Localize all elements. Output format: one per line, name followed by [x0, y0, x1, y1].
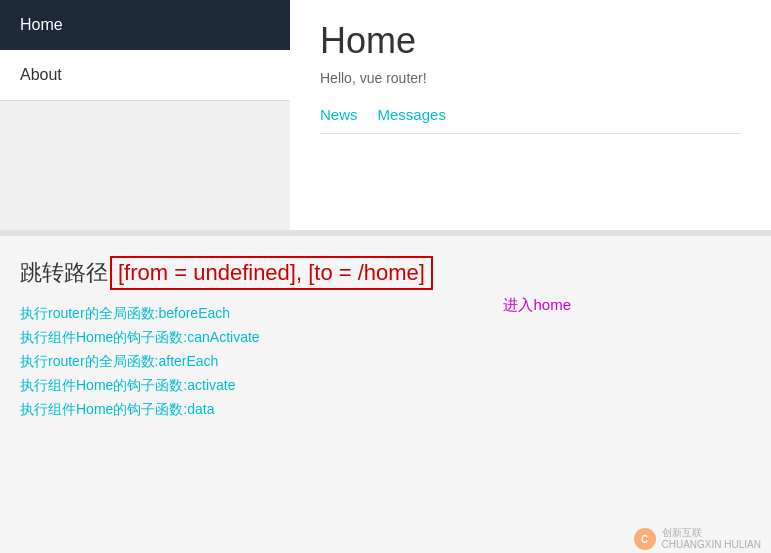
- log-item-2: 执行router的全局函数:afterEach: [20, 353, 751, 371]
- log-item-0: 执行router的全局函数:beforeEach: [20, 305, 751, 323]
- nav-item-about[interactable]: About: [0, 50, 290, 101]
- page-title: Home: [320, 20, 741, 62]
- watermark-icon: C: [634, 528, 656, 550]
- nav-about-label: About: [20, 66, 62, 83]
- subnav-news[interactable]: News: [320, 106, 358, 123]
- route-title: 跳转路径 [from = undefined], [to = /home]: [20, 256, 751, 290]
- page-subtitle: Hello, vue router!: [320, 70, 741, 86]
- log-item-4: 执行组件Home的钩子函数:data: [20, 401, 751, 419]
- watermark-text: 创新互联 CHUANGXIN HULIAN: [662, 527, 761, 551]
- watermark: C 创新互联 CHUANGXIN HULIAN: [634, 527, 761, 551]
- bottom-section: 跳转路径 [from = undefined], [to = /home] 执行…: [0, 236, 771, 553]
- left-nav: Home About: [0, 0, 290, 230]
- nav-item-home[interactable]: Home: [0, 0, 290, 50]
- log-item-3: 执行组件Home的钩子函数:activate: [20, 377, 751, 395]
- enter-home: 进入home: [503, 296, 571, 315]
- route-highlight: [from = undefined], [to = /home]: [110, 256, 433, 290]
- nav-home-label: Home: [20, 16, 63, 33]
- subnav-messages[interactable]: Messages: [378, 106, 446, 123]
- right-content: Home Hello, vue router! News Messages: [290, 0, 771, 230]
- log-list: 执行router的全局函数:beforeEach 执行组件Home的钩子函数:c…: [20, 305, 751, 419]
- top-section: Home About Home Hello, vue router! News …: [0, 0, 771, 230]
- sub-nav: News Messages: [320, 106, 741, 134]
- route-prefix: 跳转路径: [20, 258, 108, 288]
- log-item-1: 执行组件Home的钩子函数:canActivate: [20, 329, 751, 347]
